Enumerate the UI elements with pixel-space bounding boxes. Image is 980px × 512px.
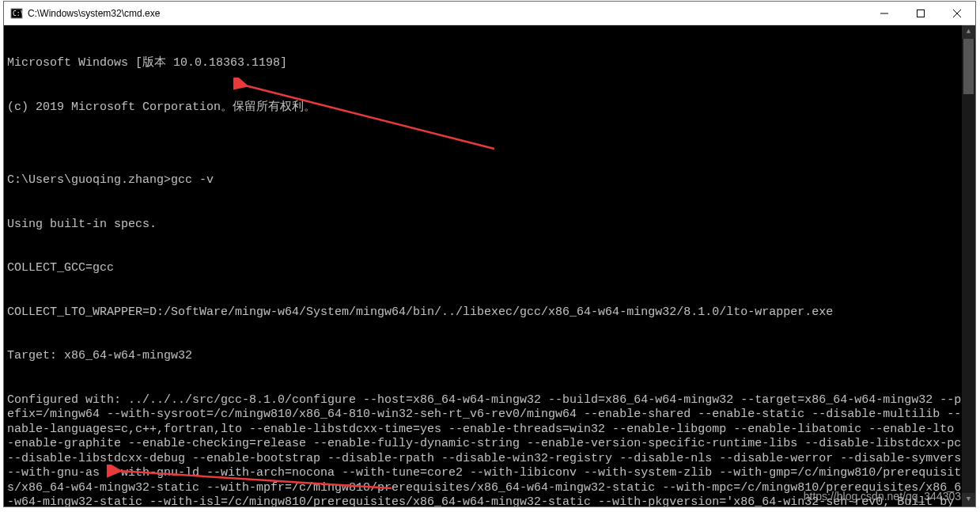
terminal-line: Microsoft Windows [版本 10.0.18363.1198] (7, 56, 972, 71)
terminal-line: COLLECT_GCC=gcc (7, 261, 972, 276)
terminal-body[interactable]: Microsoft Windows [版本 10.0.18363.1198] (… (4, 25, 975, 506)
scroll-up-arrow[interactable]: ▲ (962, 25, 975, 39)
watermark: https://blog.csdn.net/qq_344303 (804, 489, 961, 504)
titlebar[interactable]: C:\ C:\Windows\system32\cmd.exe (4, 2, 975, 25)
prompt: C:\Users\guoqing.zhang> (7, 173, 171, 187)
command: gcc -v (171, 173, 214, 187)
scroll-track[interactable] (962, 39, 975, 493)
scroll-down-arrow[interactable]: ▼ (962, 493, 975, 506)
maximize-button[interactable] (902, 2, 939, 25)
cmd-window: C:\ C:\Windows\system32\cmd.exe Microsof… (3, 1, 976, 507)
minimize-button[interactable] (866, 2, 902, 25)
svg-rect-3 (918, 9, 925, 17)
scroll-thumb[interactable] (963, 39, 974, 94)
terminal-line: Target: x86_64-w64-mingw32 (7, 349, 972, 364)
close-button[interactable] (939, 2, 975, 25)
terminal-line: Using built-in specs. (7, 218, 972, 233)
cmd-icon: C:\ (10, 7, 23, 20)
annotation-arrow-top (233, 78, 502, 157)
terminal-line: (c) 2019 Microsoft Corporation。保留所有权利。 (7, 101, 972, 116)
terminal-line: COLLECT_LTO_WRAPPER=D:/SoftWare/mingw-w6… (7, 305, 972, 320)
window-title: C:\Windows\system32\cmd.exe (28, 8, 160, 19)
scrollbar[interactable]: ▲ ▼ (962, 25, 975, 506)
terminal-prompt-line: C:\Users\guoqing.zhang>gcc -v (7, 173, 972, 188)
svg-line-6 (245, 85, 494, 149)
svg-text:C:\: C:\ (13, 10, 23, 17)
